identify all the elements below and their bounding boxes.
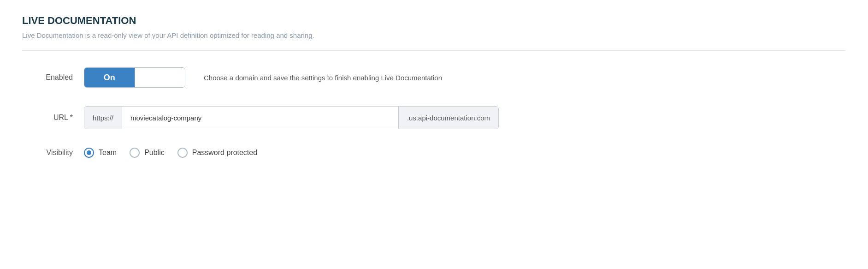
page-title: LIVE DOCUMENTATION xyxy=(22,15,846,27)
enabled-hint: Choose a domain and save the settings to… xyxy=(204,74,442,82)
toggle-switch[interactable]: On xyxy=(84,67,185,88)
toggle-container: On xyxy=(84,67,185,88)
form-section: Enabled On Choose a domain and save the … xyxy=(22,67,846,158)
visibility-team-option[interactable]: Team xyxy=(84,148,117,158)
visibility-label: Visibility xyxy=(31,149,73,157)
page-subtitle: Live Documentation is a read-only view o… xyxy=(22,31,846,39)
url-field-container: https:// .us.api-documentation.com xyxy=(84,106,499,129)
section-divider xyxy=(22,50,846,51)
visibility-options: Team Public Password protected xyxy=(84,148,257,158)
visibility-password-label: Password protected xyxy=(192,149,257,157)
url-label: URL * xyxy=(31,114,73,122)
enabled-row: Enabled On Choose a domain and save the … xyxy=(31,67,846,88)
visibility-team-label: Team xyxy=(99,149,117,157)
visibility-public-option[interactable]: Public xyxy=(130,148,165,158)
enabled-label: Enabled xyxy=(31,73,73,82)
visibility-password-option[interactable]: Password protected xyxy=(177,148,257,158)
visibility-public-radio[interactable] xyxy=(130,148,140,158)
url-input[interactable] xyxy=(122,107,398,129)
toggle-off-button[interactable] xyxy=(135,68,185,87)
page-container: LIVE DOCUMENTATION Live Documentation is… xyxy=(0,0,868,269)
url-prefix: https:// xyxy=(84,107,122,129)
toggle-on-button[interactable]: On xyxy=(84,68,135,87)
url-row: URL * https:// .us.api-documentation.com xyxy=(31,106,846,129)
url-suffix: .us.api-documentation.com xyxy=(398,107,498,129)
visibility-public-label: Public xyxy=(144,149,165,157)
visibility-team-radio[interactable] xyxy=(84,148,94,158)
visibility-password-radio[interactable] xyxy=(177,148,188,158)
visibility-row: Visibility Team Public Password protecte… xyxy=(31,148,846,158)
